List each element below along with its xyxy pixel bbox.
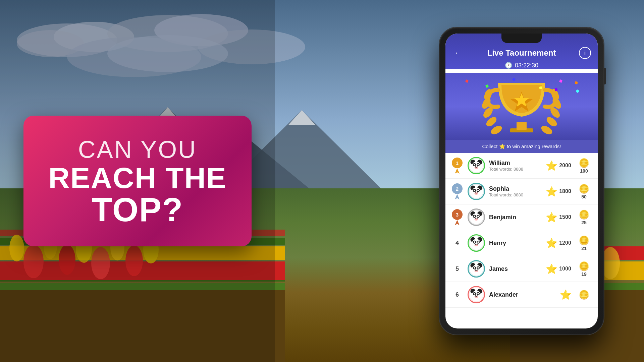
confetti <box>465 79 469 83</box>
coins-benjamin: 🪙 25 <box>576 209 592 225</box>
user-name-alexander: Alexander <box>489 291 556 298</box>
svg-point-122 <box>477 295 478 296</box>
avatar-sophia <box>468 183 485 200</box>
coin-stack-alexander: 🪙 <box>579 290 589 300</box>
svg-point-89 <box>477 218 478 219</box>
rank-ribbon-2 <box>455 194 460 199</box>
svg-point-86 <box>477 216 479 217</box>
user-words-william: Total words: 8888 <box>489 167 542 172</box>
coin-num-sophia: 50 <box>581 194 587 199</box>
svg-point-110 <box>475 269 476 270</box>
svg-point-99 <box>475 244 476 244</box>
clock-icon: 🕐 <box>505 62 512 69</box>
score-benjamin: ⭐ 1500 <box>546 212 572 223</box>
user-name-james: James <box>489 265 542 273</box>
svg-point-65 <box>477 166 478 167</box>
avatar-james <box>468 260 485 278</box>
coin-num-benjamin: 25 <box>581 220 587 225</box>
info-button[interactable]: i <box>579 47 591 59</box>
confetti <box>575 81 578 84</box>
score-num-william: 2000 <box>559 163 572 169</box>
promo-card: CAN YOU REACH THE TOP? <box>23 116 252 246</box>
timer-value: 03:22:30 <box>515 62 538 69</box>
leaderboard: 1 <box>445 153 598 308</box>
star-icon-sophia: ⭐ <box>546 186 557 197</box>
rank-ribbon-3 <box>455 220 460 225</box>
collect-banner: Collect ⭐ to win amazing rewards! <box>445 140 598 153</box>
user-info-sophia: Sophia Total words: 8880 <box>489 185 542 197</box>
rank-ribbon-1 <box>455 168 460 174</box>
rank-num-4: 4 <box>453 240 461 247</box>
rank-badge-5: 5 <box>451 261 464 277</box>
rank-badge-3: 3 <box>451 209 464 225</box>
phone-power-button <box>604 68 606 84</box>
svg-marker-66 <box>455 194 460 199</box>
score-henry: ⭐ 1200 <box>546 238 572 249</box>
coins-sophia: 🪙 50 <box>576 184 592 199</box>
rank-badge-4: 4 <box>451 235 464 251</box>
user-name-benjamin: Benjamin <box>489 214 542 221</box>
panda-avatar-benjamin <box>469 209 484 225</box>
svg-point-74 <box>477 190 479 191</box>
leaderboard-row-4: 4 <box>445 230 598 256</box>
svg-point-119 <box>477 293 479 295</box>
svg-point-96 <box>474 241 475 243</box>
star-icon-benjamin: ⭐ <box>546 212 557 223</box>
svg-marker-54 <box>455 168 460 174</box>
svg-point-40 <box>489 124 503 136</box>
score-num-benjamin: 1500 <box>559 214 572 220</box>
promo-can-you-text: CAN YOU <box>47 136 228 163</box>
score-james: ⭐ 1000 <box>546 263 572 275</box>
promo-reach-text: REACH THE <box>47 163 228 193</box>
leaderboard-row-2: 2 <box>445 179 598 204</box>
svg-point-29 <box>601 247 620 279</box>
rank-num-5: 5 <box>453 265 461 273</box>
coin-num-henry: 21 <box>581 246 587 251</box>
svg-point-100 <box>477 244 478 244</box>
score-william: ⭐ 2000 <box>546 160 572 171</box>
panda-avatar-james <box>469 261 484 277</box>
svg-point-64 <box>475 166 476 167</box>
app-title: Live Taournement <box>487 48 556 58</box>
panda-avatar-henry <box>469 235 484 251</box>
collect-text: Collect ⭐ to win amazing rewards! <box>482 143 561 149</box>
svg-point-61 <box>474 164 475 166</box>
phone-screen: ← Live Taournement i 🕐 03:22:30 <box>445 34 598 328</box>
user-info-alexander: Alexander <box>489 291 556 298</box>
rank-num-6: 6 <box>453 291 461 298</box>
leaderboard-row-1: 1 <box>445 153 598 179</box>
score-sophia: ⭐ 1800 <box>546 186 572 197</box>
star-icon-henry: ⭐ <box>546 238 557 249</box>
coins-henry: 🪙 21 <box>576 235 592 251</box>
trophy-area <box>445 73 598 140</box>
panda-avatar-william <box>469 158 484 173</box>
rank-medal-2: 2 <box>452 183 463 194</box>
rank-badge-1: 1 <box>451 158 464 174</box>
panda-avatar-alexander <box>469 287 484 302</box>
svg-point-108 <box>477 267 479 269</box>
user-info-benjamin: Benjamin <box>489 214 542 221</box>
phone-device: ← Live Taournement i 🕐 03:22:30 <box>439 27 604 335</box>
svg-point-45 <box>540 124 553 136</box>
rank-medal-1: 1 <box>452 158 463 168</box>
score-alexander: ⭐ <box>560 289 572 300</box>
app-header-top: ← Live Taournement i <box>452 47 591 59</box>
coin-stack-benjamin: 🪙 <box>579 209 589 220</box>
star-icon-william: ⭐ <box>546 160 557 171</box>
star-icon-james: ⭐ <box>546 263 557 275</box>
leaderboard-row-5: 5 <box>445 256 598 282</box>
timer-row: 🕐 03:22:30 <box>452 62 591 69</box>
promo-top-text: TOP? <box>47 193 228 226</box>
avatar-william <box>468 157 485 174</box>
back-button[interactable]: ← <box>452 47 464 59</box>
avatar-alexander <box>468 286 485 303</box>
svg-point-107 <box>474 267 475 269</box>
coins-james: 🪙 19 <box>576 261 592 277</box>
leaderboard-row-6: 6 <box>445 282 598 308</box>
avatar-benjamin <box>468 208 485 226</box>
coin-stack-henry: 🪙 <box>579 235 589 246</box>
phone-outer: ← Live Taournement i 🕐 03:22:30 <box>439 27 604 335</box>
rank-medal-3: 3 <box>452 209 463 220</box>
star-icon-alexander: ⭐ <box>560 289 572 300</box>
promo-section: CAN YOU REACH THE TOP? <box>0 0 275 362</box>
